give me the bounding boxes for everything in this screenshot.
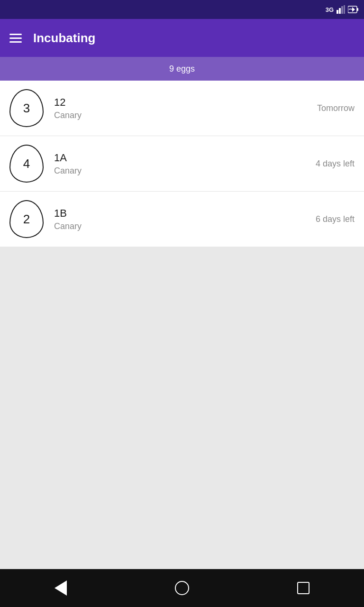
item-species: Canary [54, 166, 316, 176]
sub-header: 9 eggs [0, 57, 364, 81]
network-label: 3G [326, 6, 334, 13]
list-item[interactable]: 3 12 Canary Tomorrow [0, 81, 364, 136]
item-name: 12 [54, 96, 317, 109]
menu-button[interactable] [9, 34, 22, 43]
back-icon [55, 580, 67, 596]
svg-rect-5 [357, 8, 358, 11]
item-details: 1B Canary [54, 207, 316, 231]
item-details: 1A Canary [54, 152, 316, 176]
item-species: Canary [54, 221, 316, 231]
incubating-list: 3 12 Canary Tomorrow 4 1A Canary 4 days … [0, 81, 364, 247]
status-bar: 3G [0, 0, 364, 19]
recents-button[interactable] [289, 574, 318, 602]
item-details: 12 Canary [54, 96, 317, 120]
eggs-count: 9 eggs [169, 64, 195, 74]
nav-bar [0, 569, 364, 607]
svg-marker-3 [344, 5, 345, 14]
app-bar: Incubating [0, 19, 364, 57]
item-name: 1B [54, 207, 316, 220]
egg-icon: 4 [9, 145, 44, 183]
item-date: 4 days left [316, 159, 355, 169]
empty-area [0, 247, 364, 569]
list-item[interactable]: 4 1A Canary 4 days left [0, 136, 364, 192]
home-icon [175, 581, 189, 595]
home-button[interactable] [168, 574, 196, 602]
signal-icon [337, 5, 345, 14]
svg-marker-0 [337, 10, 338, 14]
egg-icon: 3 [9, 89, 44, 127]
item-name: 1A [54, 152, 316, 164]
svg-marker-1 [339, 8, 341, 14]
list-item[interactable]: 2 1B Canary 6 days left [0, 192, 364, 247]
egg-icon: 2 [9, 200, 44, 238]
svg-marker-2 [341, 6, 343, 14]
item-date: 6 days left [316, 214, 355, 224]
battery-icon [348, 5, 358, 14]
item-date: Tomorrow [317, 103, 355, 113]
recents-icon [297, 582, 309, 594]
item-species: Canary [54, 110, 317, 120]
app-title: Incubating [33, 31, 95, 46]
back-button[interactable] [46, 574, 75, 602]
